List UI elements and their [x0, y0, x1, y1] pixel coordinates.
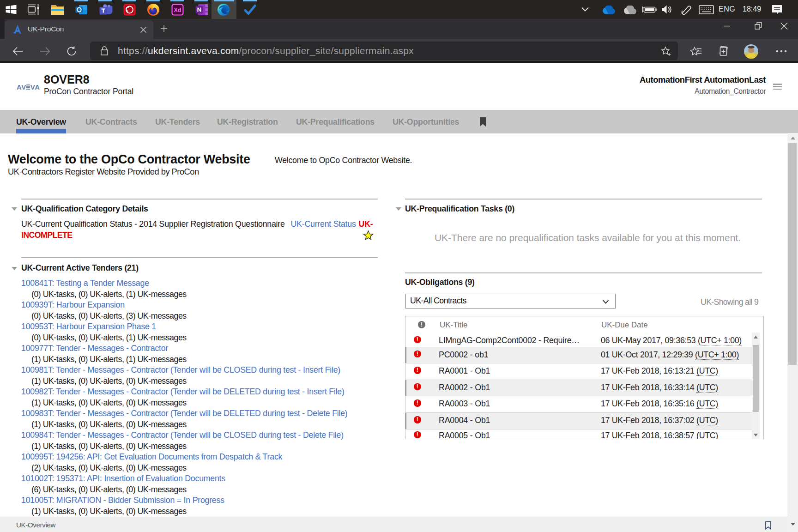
svg-text:Xd: Xd [174, 7, 181, 13]
